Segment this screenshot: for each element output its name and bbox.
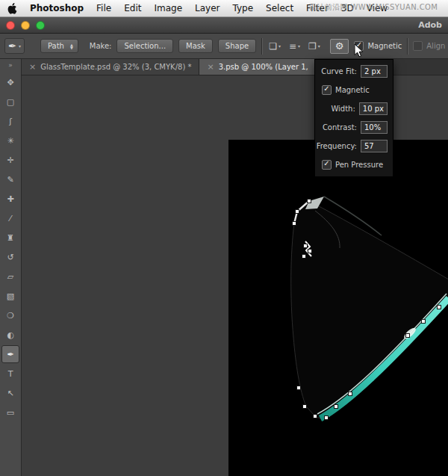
menu-select[interactable]: Select (266, 3, 293, 13)
popup-row-width: Width:10 px (315, 99, 393, 118)
window-title: Adob (418, 20, 442, 30)
gradient-tool[interactable]: ▧ (1, 287, 19, 305)
document-tab-glasstemplate-psd[interactable]: ×GlassTemplate.psd @ 32% (3, CMYK/8) * (22, 59, 199, 75)
width-label: Width: (331, 105, 355, 113)
path-anchor-point[interactable] (324, 415, 329, 420)
close-button[interactable] (6, 21, 15, 30)
chevron-down-icon: ▾ (19, 43, 21, 49)
magnetic-checkbox[interactable] (322, 85, 332, 95)
crop-tool[interactable]: ✛ (1, 151, 19, 169)
menu-layer[interactable]: Layer (195, 3, 220, 13)
separator (261, 38, 262, 55)
freeform-pen-options-popup: Curve Fit:2 pxMagneticWidth:10 pxContras… (314, 59, 393, 177)
tools-panel: » ✥▢ʃ✳✛✎✚⁄♜↺▱▧❍◐✒T↖▭ (0, 59, 22, 476)
zoom-button[interactable] (36, 21, 45, 30)
type-tool[interactable]: T (1, 365, 19, 383)
path-anchor-point[interactable] (421, 319, 426, 324)
brush-tool[interactable]: ⁄ (1, 209, 19, 227)
chevron-down-icon: ▾ (298, 43, 300, 49)
frequency-field[interactable]: 57 (361, 140, 388, 152)
healing-brush-tool[interactable]: ✚ (1, 190, 19, 208)
popup-row-curve-fit: Curve Fit:2 px (315, 62, 393, 81)
tool-preset-picker[interactable]: ✒ ▾ (4, 38, 25, 54)
document-tab-3-psb[interactable]: ×3.psb @ 100% (Layer 1, (199, 59, 316, 75)
path-operations-button[interactable]: ❏ ▾ (267, 40, 282, 53)
gear-icon: ⚙ (335, 40, 344, 52)
path-anchor-point[interactable] (302, 404, 307, 409)
frequency-label: Frequency: (317, 142, 357, 150)
contrast-field[interactable]: 10% (361, 121, 388, 134)
contrast-label: Contrast: (323, 123, 357, 132)
apple-icon (7, 3, 17, 14)
curve-fit-field[interactable]: 2 px (361, 65, 388, 78)
move-tool[interactable]: ✥ (1, 73, 19, 91)
blur-tool[interactable]: ❍ (1, 306, 19, 324)
magnetic-checkbox[interactable] (354, 41, 364, 51)
select-arrows-icon: ▲▼ (70, 43, 73, 49)
align-edges-checkbox[interactable] (413, 41, 423, 51)
history-brush-tool[interactable]: ↺ (1, 248, 19, 266)
path-anchor-point[interactable] (302, 254, 306, 259)
align-edges-option: Align E (413, 41, 448, 51)
lasso-tool[interactable]: ʃ (1, 112, 19, 130)
menu-image[interactable]: Image (154, 3, 182, 13)
path-anchor-point[interactable] (307, 199, 311, 203)
tool-mode-select[interactable]: Path ▲▼ (40, 39, 78, 53)
magnetic-label: Magnetic (367, 42, 402, 50)
eraser-tool[interactable]: ▱ (1, 268, 19, 285)
path-selection-tool[interactable]: ↖ (1, 384, 19, 402)
make-shape-button[interactable]: Shape (218, 39, 256, 53)
gear-popup-rows: Curve Fit:2 pxMagneticWidth:10 pxContras… (315, 62, 393, 174)
width-field[interactable]: 10 px (359, 102, 388, 115)
make-selection-button[interactable]: Selection... (116, 39, 173, 53)
popup-row-frequency: Frequency:57 (315, 137, 393, 155)
collapse-panel-icon[interactable]: » (8, 61, 13, 69)
path-alignment-button[interactable]: ≡ ▾ (287, 40, 302, 53)
window-title-bar: Adob (0, 17, 448, 34)
minimize-button[interactable] (21, 21, 30, 30)
pen-options-gear-button[interactable]: ⚙ (330, 39, 349, 54)
path-anchor-point[interactable] (296, 386, 301, 390)
path-anchor-point[interactable] (437, 305, 441, 309)
path-anchor-point[interactable] (295, 209, 299, 214)
tool-list: ✥▢ʃ✳✛✎✚⁄♜↺▱▧❍◐✒T↖▭ (1, 72, 19, 422)
menu-type[interactable]: Type (233, 3, 254, 13)
path-anchor-point[interactable] (348, 392, 352, 396)
path-operations-icon: ❏ (269, 41, 277, 52)
eyedropper-tool[interactable]: ✎ (1, 170, 19, 188)
chevron-down-icon: ▾ (318, 43, 320, 49)
tool-mode-value: Path (48, 42, 64, 50)
path-anchor-point[interactable] (292, 221, 296, 226)
make-mask-button[interactable]: Mask (178, 39, 213, 53)
separator (407, 38, 408, 55)
curve-fit-label: Curve Fit: (321, 67, 357, 75)
path-anchor-point[interactable] (334, 404, 338, 409)
popup-row-contrast: Contrast:10% (315, 118, 393, 137)
path-anchor-point[interactable] (405, 333, 410, 338)
magnetic-option: Magnetic (354, 41, 402, 51)
pen-pressure-checkbox[interactable] (322, 160, 332, 170)
path-alignment-icon: ≡ (289, 41, 296, 52)
close-tab-icon[interactable]: × (207, 62, 214, 72)
pen-tool-icon: ✒ (8, 40, 16, 52)
path-arrange-button[interactable]: ❐ ▾ (307, 40, 322, 53)
dodge-tool[interactable]: ◐ (1, 326, 19, 344)
close-tab-icon[interactable]: × (29, 62, 36, 72)
tab-label: 3.psb @ 100% (Layer 1, (219, 63, 308, 71)
menu-photoshop[interactable]: Photoshop (30, 3, 84, 13)
path-anchor-point[interactable] (313, 414, 317, 418)
path-anchor-point[interactable] (303, 244, 308, 248)
document-image[interactable] (228, 140, 448, 476)
pen-tool[interactable]: ✒ (1, 345, 19, 363)
options-bar: ✒ ▾ Path ▲▼ Make: Selection... Mask Shap… (0, 34, 448, 59)
marquee-tool[interactable]: ▢ (1, 93, 19, 111)
clone-stamp-tool[interactable]: ♜ (1, 229, 19, 247)
make-label: Make: (90, 42, 112, 50)
apple-menu[interactable] (7, 3, 17, 14)
menu-file[interactable]: File (96, 3, 111, 13)
glass-shard-graphic (228, 140, 448, 476)
quick-selection-tool[interactable]: ✳ (1, 132, 19, 149)
path-anchor-point[interactable] (308, 249, 312, 253)
menu-edit[interactable]: Edit (124, 3, 141, 13)
rectangle-tool[interactable]: ▭ (1, 404, 19, 421)
